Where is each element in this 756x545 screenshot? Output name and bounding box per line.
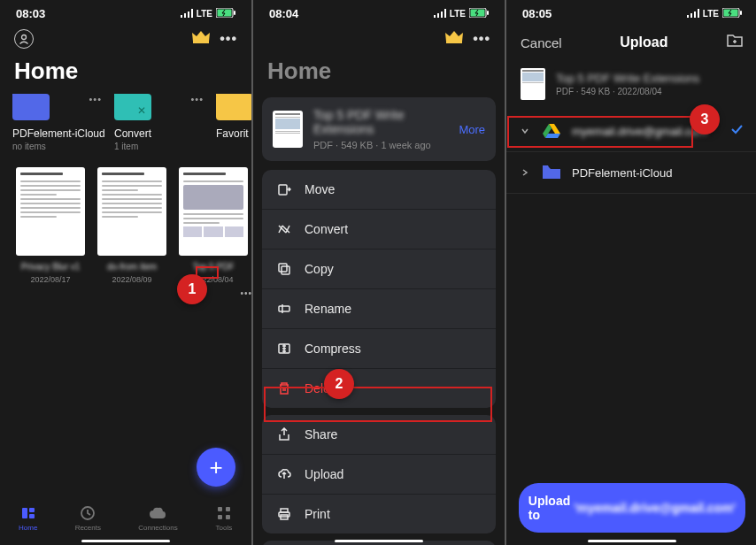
menu-label: Copy	[305, 262, 334, 276]
folder-icon: ✕	[114, 94, 151, 120]
add-button[interactable]: +	[197, 448, 235, 487]
doc-thumbnail	[97, 167, 166, 256]
cancel-button[interactable]: Cancel	[521, 35, 562, 50]
share-icon	[276, 426, 292, 442]
menu-move[interactable]: Move	[262, 170, 496, 209]
folder-icon	[542, 163, 561, 182]
move-icon	[276, 181, 292, 197]
rename-icon	[276, 301, 292, 317]
menu-label: Upload	[305, 467, 343, 481]
svg-rect-40	[740, 11, 742, 15]
network-label: LTE	[450, 9, 466, 19]
file-name: Top 5 PDF Write Extensions	[556, 72, 699, 85]
status-bar: 08:04 LTE	[253, 0, 505, 24]
file-meta: PDF · 549 KB · 2022/08/04	[556, 87, 699, 96]
svg-rect-3	[191, 9, 193, 18]
menu-group-share: Share Upload Print	[262, 415, 496, 533]
upload-prefix: Upload to	[528, 494, 570, 522]
svg-rect-37	[698, 9, 699, 18]
tab-home[interactable]: Home	[19, 504, 37, 532]
tab-recents[interactable]: Recents	[75, 504, 101, 532]
svg-rect-1	[184, 13, 186, 18]
callout-badge-1: 1	[177, 274, 207, 304]
crown-icon[interactable]	[191, 29, 211, 49]
doc-card[interactable]: Privacy Blur v1 2022/08/17	[16, 167, 85, 284]
tab-tools[interactable]: Tools	[215, 504, 233, 532]
menu-print[interactable]: Print	[262, 494, 496, 533]
folder-card[interactable]: Favorit	[216, 94, 251, 151]
menu-upload[interactable]: Upload	[262, 454, 496, 494]
folder-more-icon[interactable]: •••	[190, 94, 204, 104]
menu-label: Print	[305, 507, 330, 521]
header: •••	[0, 24, 251, 54]
folder-meta: 1 item	[114, 142, 207, 151]
destination-icloud[interactable]: PDFelement-iCloud	[506, 152, 756, 194]
menu-rename[interactable]: Rename	[262, 288, 496, 328]
menu-copy[interactable]: Copy	[262, 249, 496, 288]
new-folder-icon[interactable]	[726, 33, 744, 52]
cloud-icon	[149, 504, 166, 522]
svg-rect-19	[441, 12, 443, 18]
more-icon[interactable]: •••	[220, 31, 237, 47]
more-link[interactable]: More	[459, 123, 485, 136]
battery-icon	[722, 8, 742, 19]
tab-label: Connections	[138, 524, 177, 532]
folder-card[interactable]: ••• PDFelement-iCloud no items	[12, 94, 105, 151]
svg-rect-14	[226, 507, 230, 511]
status-bar: 08:05 LTE	[506, 0, 756, 24]
menu-label: Compress	[305, 342, 361, 356]
screen-upload: 08:05 LTE Cancel Upload Top 5 PDF Write …	[506, 0, 756, 545]
svg-rect-20	[444, 9, 446, 18]
folder-name: Convert	[114, 127, 207, 140]
doc-name: Privacy Blur v1	[16, 261, 85, 272]
home-indicator[interactable]	[588, 540, 676, 542]
page-title: Home	[0, 54, 251, 94]
home-icon	[19, 504, 37, 522]
file-name: Top 5 PDF Write Extensions	[313, 108, 448, 136]
doc-date: 2022/08/09	[97, 275, 166, 284]
svg-rect-10	[29, 508, 35, 512]
folder-icon	[216, 94, 251, 120]
folder-row: ••• PDFelement-iCloud no items ✕ ••• Con…	[0, 94, 251, 151]
upload-title: Upload	[620, 35, 667, 50]
upload-file-info: Top 5 PDF Write Extensions PDF · 549 KB …	[506, 61, 756, 111]
crown-icon[interactable]	[444, 29, 464, 49]
file-thumbnail	[273, 111, 303, 148]
profile-icon[interactable]	[14, 29, 34, 49]
screen-home: 08:03 LTE ••• Home ••• PDFelement-iCloud…	[0, 0, 251, 545]
print-icon	[276, 506, 292, 522]
upload-destination: 'myemail.drive@gmail.com'	[574, 501, 736, 515]
home-indicator[interactable]	[335, 540, 423, 542]
menu-compress[interactable]: Compress	[262, 328, 496, 368]
menu-convert[interactable]: Convert	[262, 209, 496, 249]
doc-more-icon[interactable]: •••	[237, 288, 251, 298]
menu-label: Move	[305, 182, 335, 196]
folder-meta: no items	[12, 142, 105, 151]
doc-date: 2022/08/17	[16, 275, 85, 284]
home-indicator[interactable]	[81, 540, 170, 542]
svg-rect-36	[694, 12, 696, 18]
tab-connections[interactable]: Connections	[138, 504, 177, 532]
doc-card[interactable]: do-from item 2022/08/09	[97, 167, 166, 284]
svg-rect-16	[226, 515, 230, 519]
tab-label: Recents	[75, 524, 101, 532]
folder-more-icon[interactable]: •••	[89, 94, 102, 104]
svg-rect-2	[188, 12, 189, 18]
svg-rect-35	[690, 13, 692, 18]
upload-button[interactable]: Upload to 'myemail.drive@gmail.com'	[519, 483, 745, 533]
compress-icon	[276, 341, 292, 357]
svg-rect-23	[487, 11, 489, 15]
screen-context-menu: 08:04 LTE ••• Home Top 5 PDF Write Exten…	[253, 0, 505, 545]
svg-rect-34	[687, 15, 689, 18]
clock: 08:04	[269, 7, 298, 20]
check-icon	[729, 122, 744, 140]
callout-badge-2: 2	[324, 369, 354, 399]
svg-point-7	[22, 35, 27, 40]
tab-label: Tools	[216, 524, 233, 532]
svg-rect-26	[279, 264, 287, 272]
more-icon[interactable]: •••	[473, 31, 490, 47]
folder-card[interactable]: ✕ ••• Convert 1 item	[114, 94, 207, 151]
file-context-card: Top 5 PDF Write Extensions PDF · 549 KB …	[262, 97, 496, 161]
clock: 08:03	[16, 7, 45, 20]
doc-thumbnail	[16, 167, 85, 256]
